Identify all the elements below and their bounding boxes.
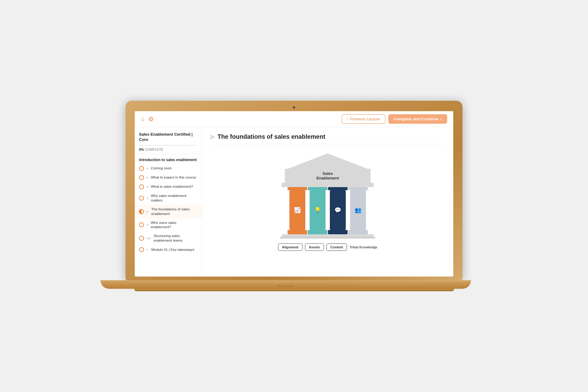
lecture-type-icon: ≡ (146, 196, 148, 200)
temple-floor (282, 234, 374, 237)
lecture-status-icon (139, 247, 144, 252)
temple-step (280, 237, 375, 239)
diagram-container: SalesEnablement 📈 (211, 150, 445, 254)
column-base-top (308, 230, 327, 232)
lecture-status-icon (139, 236, 144, 241)
lecture-label: Who owns sales enablement? (151, 221, 198, 230)
lecture-status-icon (139, 184, 144, 189)
app-header: ⌂ ⚙ ‹ Previous Lecture Complete and Cont… (135, 111, 453, 127)
columns-row: 📈 💡 (251, 187, 404, 234)
header-right: ‹ Previous Lecture Complete and Continue… (342, 114, 447, 124)
section-title: Introduction to sales enablement (135, 154, 202, 164)
lecture-label: Coming soon (151, 166, 172, 171)
main-content: ▷ The foundations of sales enablement (202, 127, 453, 277)
column-shaft: 📈 (289, 190, 305, 230)
header-left: ⌂ ⚙ (141, 115, 154, 123)
column-base-top (288, 230, 307, 232)
column-base-bottom (288, 232, 307, 234)
column-assets: 💡 (309, 187, 326, 234)
labels-row: Alignment Assets Content Tribal Knowledg… (251, 243, 404, 251)
lecture-item[interactable]: ≡ Why sales enablement matters (135, 191, 202, 205)
lecture-status-icon (139, 196, 144, 201)
column-icon: 💬 (334, 207, 341, 213)
lecture-item[interactable]: ≡ What is sales enablement? (135, 182, 202, 191)
column-capital (328, 187, 348, 190)
prev-label: Previous Lecture (350, 117, 380, 121)
lecture-item[interactable]: ≡ Who owns sales enablement? (135, 218, 202, 232)
lecture-item[interactable]: ≡✕ Structuring sales enablement teams (135, 232, 202, 245)
roof-base (282, 183, 374, 187)
label-alignment: Alignment (278, 243, 303, 251)
column-icon: 📈 (294, 207, 301, 213)
sidebar: Sales Enablement Certified | Core 0% COM… (135, 127, 202, 277)
column-base-top (328, 230, 348, 232)
previous-lecture-button[interactable]: ‹ Previous Lecture (342, 114, 385, 124)
lecture-type-icon: ≡ (146, 185, 148, 189)
column-icon: 👥 (355, 207, 361, 213)
roof-pediment: SalesEnablement (285, 169, 371, 183)
sidebar-header: Sales Enablement Certified | Core 0% COM… (135, 127, 202, 154)
column-icon: 💡 (314, 207, 321, 213)
label-tribal: Tribal Knowledge (349, 245, 377, 249)
column-base-bottom (308, 232, 327, 234)
lecture-label: Why sales enablement matters (151, 194, 198, 203)
lecture-item[interactable]: ▷ Module #1 | Key takeaways (135, 245, 202, 254)
next-arrow-icon: › (440, 117, 442, 121)
lecture-item[interactable]: ≡ What to expect in this course (135, 173, 202, 182)
camera (293, 106, 295, 109)
complete-label: Complete and Continue (394, 117, 439, 121)
column-alignment: 📈 (288, 187, 306, 234)
main-lecture-title: ▷ The foundations of sales enablement (211, 133, 445, 140)
column-capital (288, 187, 307, 190)
lecture-type-icon: ≡ (146, 176, 148, 179)
label-assets: Assets (305, 243, 324, 251)
lecture-label: What is sales enablement? (151, 184, 193, 189)
prev-arrow-icon: ‹ (347, 117, 348, 121)
lecture-type-icon: ▷ (146, 209, 149, 213)
column-shaft: 👥 (350, 190, 366, 230)
lecture-label: Structuring sales enablement teams (153, 234, 198, 243)
lecture-label: What to expect in this course (151, 175, 196, 180)
column-tribal: 👥 (349, 187, 367, 234)
lecture-item[interactable]: ≡ Coming soon (135, 164, 202, 173)
temple-diagram: SalesEnablement 📈 (251, 153, 404, 251)
video-icon: ▷ (211, 134, 214, 140)
lecture-item-active[interactable]: ▷ The foundations of sales enablement (135, 205, 202, 218)
lecture-label: The foundations of sales enablement (151, 207, 198, 216)
column-shaft: 💡 (310, 190, 326, 230)
column-capital (348, 187, 368, 190)
laptop-foot (134, 289, 454, 291)
complete-continue-button[interactable]: Complete and Continue › (388, 114, 447, 124)
progress-percent: 0% (139, 148, 144, 151)
column-capital (308, 187, 327, 190)
lecture-label: Module #1 | Key takeaways (151, 247, 194, 252)
screen: ⌂ ⚙ ‹ Previous Lecture Complete and Cont… (135, 111, 453, 277)
course-title: Sales Enablement Certified | Core (139, 132, 198, 142)
lecture-type-icon: ≡ (146, 223, 148, 227)
gear-icon[interactable]: ⚙ (148, 115, 154, 123)
progress-label: COMPLETE (145, 148, 164, 151)
lecture-type-icon: ≡✕ (146, 236, 151, 240)
lecture-type-icon: ▷ (146, 248, 149, 252)
lecture-status-icon (139, 222, 144, 227)
column-shaft: 💬 (330, 190, 346, 230)
lecture-status-icon (139, 166, 144, 171)
lecture-status-icon (139, 175, 144, 180)
home-icon[interactable]: ⌂ (141, 115, 145, 123)
roof-triangle (288, 153, 368, 169)
app-body: Sales Enablement Certified | Core 0% COM… (135, 127, 453, 277)
column-base-top (348, 230, 368, 232)
lecture-type-icon: ≡ (146, 167, 148, 170)
column-base-bottom (348, 232, 368, 234)
lecture-title-text: The foundations of sales enablement (217, 133, 325, 140)
label-content: Content (326, 243, 347, 251)
progress-text: 0% COMPLETE (139, 148, 198, 151)
lecture-status-icon-half (139, 209, 144, 214)
progress-bar-container (139, 145, 198, 146)
laptop-base (100, 280, 471, 289)
column-content: 💬 (329, 187, 347, 234)
column-base-bottom (328, 232, 348, 234)
roof-label: SalesEnablement (288, 171, 367, 180)
temple-roof: SalesEnablement (251, 153, 404, 187)
title-divider (211, 144, 445, 144)
